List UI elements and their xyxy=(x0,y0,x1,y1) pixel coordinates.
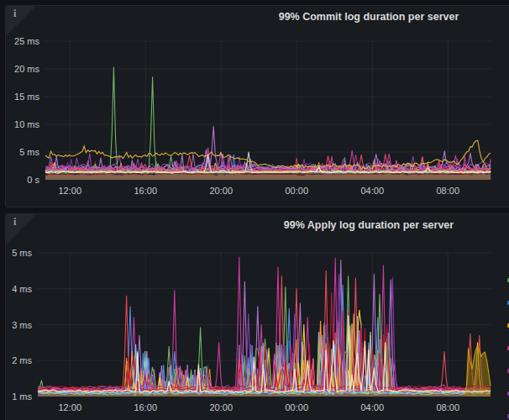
x-tick-label: 04:00 xyxy=(360,186,384,196)
apply-log-chart-canvas[interactable]: 1 ms2 ms3 ms4 ms5 ms12:0016:0020:0000:00… xyxy=(6,214,509,420)
x-tick-label: 08:00 xyxy=(436,402,459,412)
x-tick-label: 12:00 xyxy=(58,186,81,196)
y-tick-label: 25 ms xyxy=(14,36,39,46)
y-tick-label: 4 ms xyxy=(12,284,32,294)
y-tick-label: 1 ms xyxy=(12,391,32,402)
x-tick-label: 12:00 xyxy=(58,402,81,412)
y-tick-label: 15 ms xyxy=(14,92,39,102)
x-tick-label: 00:00 xyxy=(285,186,308,196)
y-tick-label: 3 ms xyxy=(12,320,32,330)
legend xyxy=(502,214,509,420)
x-tick-label: 00:00 xyxy=(285,402,308,412)
grafana-dashboard: { "theme": { "dashboard_bg": "#111217", … xyxy=(0,0,509,420)
panel-title[interactable]: 99% Apply log duration per server xyxy=(284,219,454,231)
x-tick-label: 16:00 xyxy=(134,402,157,412)
info-icon: i xyxy=(13,8,16,20)
y-tick-label: 0 s xyxy=(27,175,39,185)
panel-apply-log-duration: 1 ms2 ms3 ms4 ms5 ms12:0016:0020:0000:00… xyxy=(5,213,509,420)
commit-log-chart-canvas[interactable]: 0 s5 ms10 ms15 ms20 ms25 ms12:0016:0020:… xyxy=(6,6,509,207)
panel-commit-log-duration: 0 s5 ms10 ms15 ms20 ms25 ms12:0016:0020:… xyxy=(5,5,509,207)
y-tick-label: 10 ms xyxy=(14,119,39,129)
x-tick-label: 20:00 xyxy=(209,186,233,196)
chart-svg: 1 ms2 ms3 ms4 ms5 ms12:0016:0020:0000:00… xyxy=(6,214,509,420)
info-icon: i xyxy=(13,216,16,228)
chart-svg: 0 s5 ms10 ms15 ms20 ms25 ms12:0016:0020:… xyxy=(6,6,509,208)
y-tick-label: 2 ms xyxy=(12,355,32,365)
y-tick-label: 5 ms xyxy=(12,248,32,258)
x-tick-label: 04:00 xyxy=(360,402,384,412)
panel-title[interactable]: 99% Commit log duration per server xyxy=(279,11,459,23)
y-tick-label: 5 ms xyxy=(19,147,39,157)
y-tick-label: 20 ms xyxy=(14,64,39,74)
x-tick-label: 20:00 xyxy=(209,402,233,412)
x-tick-label: 08:00 xyxy=(436,186,459,196)
x-tick-label: 16:00 xyxy=(134,186,157,196)
